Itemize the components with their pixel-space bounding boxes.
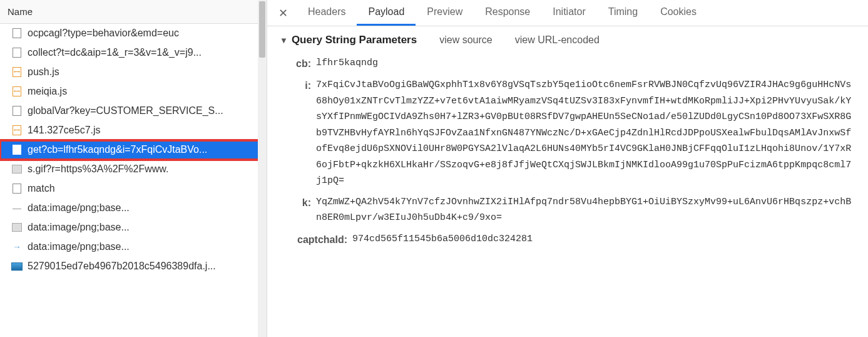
param-key: captchaId:: [294, 231, 347, 248]
tab-cookies[interactable]: Cookies: [649, 0, 708, 26]
details-panel: ✕ HeadersPayloadPreviewResponseInitiator…: [267, 0, 868, 337]
document-icon: [11, 28, 23, 39]
fetch-icon: [11, 144, 23, 155]
request-item[interactable]: globalVar?key=CUSTOMER_SERVICE_S...: [0, 101, 267, 121]
scrollbar-thumb[interactable]: [259, 1, 265, 58]
request-label: meiqia.js: [28, 86, 67, 97]
request-label: data:image/png;base...: [28, 241, 130, 252]
request-label: collect?t=dc&aip=1&_r=3&v=1&_v=j9...: [28, 47, 202, 58]
param-key: k:: [294, 194, 311, 211]
param-key: cb:: [294, 55, 311, 72]
payload-content: ▼ Query String Parameters view source vi…: [267, 26, 868, 337]
request-item[interactable]: data:image/png;base...: [0, 218, 267, 237]
document-icon: [11, 105, 23, 117]
param-value[interactable]: 974cd565f11545b6a5006d10dc324281: [352, 231, 855, 247]
param-value[interactable]: 7xFqiCvJtaBVoOgiGBaWQGxphhT1x8v6Y8gVSqTs…: [316, 77, 855, 189]
request-item[interactable]: —data:image/png;base...: [0, 199, 267, 218]
param-key: i:: [294, 77, 311, 94]
document-icon: [11, 183, 23, 194]
script-icon: [11, 86, 23, 97]
request-label: globalVar?key=CUSTOMER_SERVICE_S...: [28, 105, 223, 117]
param-row-captchaId: captchaId: 974cd565f11545b6a5006d10dc324…: [294, 231, 855, 248]
tab-response[interactable]: Response: [474, 0, 541, 26]
request-label: data:image/png;base...: [28, 222, 130, 233]
request-list: ocpcagl?type=behavior&emd=euccollect?t=d…: [0, 24, 267, 337]
param-row-k: k: YqZmWZ+QA2hV54k7YnV7cfzJOvnhwZIX2iIHl…: [294, 194, 855, 226]
image-icon: [11, 222, 23, 233]
data-icon: —: [11, 202, 23, 214]
name-column-header[interactable]: Name: [0, 0, 267, 24]
section-title: Query String Parameters: [292, 34, 417, 46]
script-icon: [11, 125, 23, 136]
params-block: cb: lfhr5kaqndg i: 7xFqiCvJtaBVoOgiGBaWQ…: [280, 55, 855, 248]
tab-payload[interactable]: Payload: [357, 0, 416, 26]
param-row-cb: cb: lfhr5kaqndg: [294, 55, 855, 72]
document-icon: [11, 47, 23, 58]
param-value[interactable]: lfhr5kaqndg: [316, 55, 855, 71]
request-label: data:image/png;base...: [28, 202, 130, 214]
param-value[interactable]: YqZmWZ+QA2hV54k7YnV7cfzJOvnhwZIX2iIHlAfp…: [316, 194, 855, 226]
script-icon: [11, 66, 23, 78]
request-label: s.gif?r=https%3A%2F%2Fwww.: [28, 163, 168, 175]
view-url-encoded-link[interactable]: view URL-encoded: [515, 34, 600, 46]
tabs-row: ✕ HeadersPayloadPreviewResponseInitiator…: [267, 0, 868, 26]
section-header: ▼ Query String Parameters view source vi…: [280, 34, 855, 46]
request-item[interactable]: collect?t=dc&aip=1&_r=3&v=1&_v=j9...: [0, 43, 267, 63]
request-list-panel: Name ocpcagl?type=behavior&emd=euccollec…: [0, 0, 267, 337]
request-label: 141.327ce5c7.js: [28, 125, 101, 136]
request-label: get?cb=lfhr5kaqndg&i=7xFqiCvJtaBVo...: [28, 144, 207, 155]
view-source-link[interactable]: view source: [439, 34, 492, 46]
tab-headers[interactable]: Headers: [297, 0, 357, 26]
request-label: ocpcagl?type=behavior&emd=euc: [28, 28, 179, 39]
request-item[interactable]: ocpcagl?type=behavior&emd=euc: [0, 24, 267, 43]
param-row-i: i: 7xFqiCvJtaBVoOgiGBaWQGxphhT1x8v6Y8gVS…: [294, 77, 855, 189]
request-label: match: [28, 183, 55, 194]
image-icon: [11, 163, 23, 175]
request-label: 5279015ed7eb4967b2018c5496389dfa.j...: [28, 261, 216, 272]
request-item[interactable]: s.gif?r=https%3A%2F%2Fwww.: [0, 160, 267, 179]
request-item[interactable]: →data:image/png;base...: [0, 237, 267, 257]
thumbnail-icon: [11, 261, 23, 272]
redirect-icon: →: [11, 241, 23, 252]
scrollbar[interactable]: [258, 0, 267, 337]
request-item[interactable]: 141.327ce5c7.js: [0, 121, 267, 140]
request-label: push.js: [28, 66, 59, 78]
close-icon[interactable]: ✕: [272, 4, 294, 23]
tab-timing[interactable]: Timing: [597, 0, 649, 26]
request-item[interactable]: match: [0, 179, 267, 199]
request-item[interactable]: meiqia.js: [0, 82, 267, 101]
collapse-triangle-icon[interactable]: ▼: [280, 36, 288, 45]
tab-initiator[interactable]: Initiator: [541, 0, 596, 26]
request-item[interactable]: push.js: [0, 63, 267, 82]
tab-preview[interactable]: Preview: [416, 0, 474, 26]
request-item[interactable]: 5279015ed7eb4967b2018c5496389dfa.j...: [0, 257, 267, 276]
request-item[interactable]: get?cb=lfhr5kaqndg&i=7xFqiCvJtaBVo...: [0, 140, 267, 160]
